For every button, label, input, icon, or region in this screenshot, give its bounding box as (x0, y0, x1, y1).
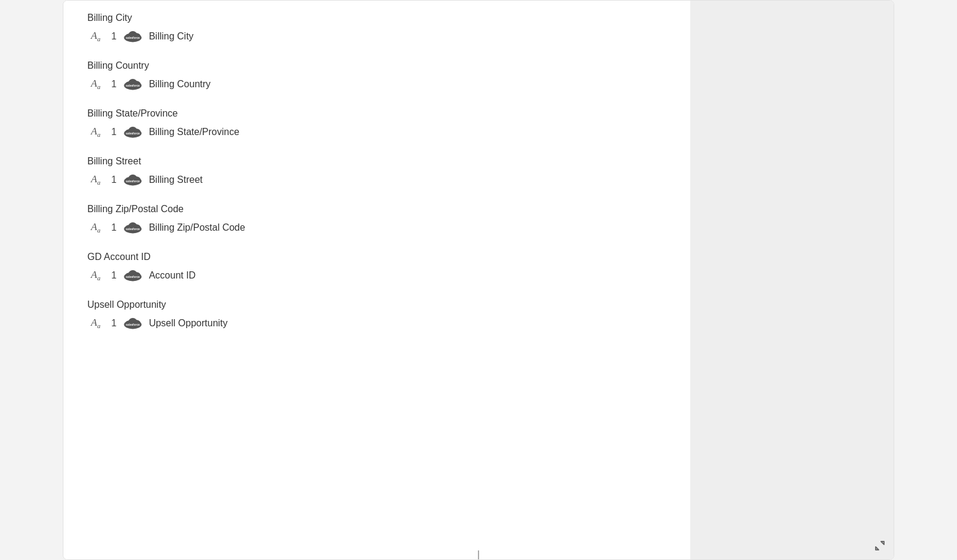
type-text-upsell-opportunity: Aa (91, 317, 100, 329)
field-number-upsell-opportunity: 1 (111, 318, 117, 329)
field-number-billing-street: 1 (111, 175, 117, 185)
field-group-billing-city: Billing City Aa 1 salesforce Billing Cit… (87, 13, 666, 44)
page-wrapper: Billing City Aa 1 salesforce Billing Cit… (0, 0, 957, 560)
type-text-billing-city: Aa (91, 30, 100, 42)
salesforce-icon-billing-city: salesforce (123, 29, 143, 44)
field-label-billing-country: Billing Country (87, 60, 666, 71)
field-number-billing-country: 1 (111, 79, 117, 90)
svg-text:salesforce: salesforce (126, 323, 140, 326)
field-name-billing-state: Billing State/Province (149, 127, 239, 137)
type-text-billing-country: Aa (91, 78, 100, 90)
field-number-billing-state: 1 (111, 127, 117, 137)
field-name-gd-account-id: Account ID (149, 270, 196, 281)
type-icon-billing-zip: Aa (87, 221, 104, 234)
main-container: Billing City Aa 1 salesforce Billing Cit… (63, 0, 894, 560)
svg-text:salesforce: salesforce (126, 276, 140, 279)
field-label-gd-account-id: GD Account ID (87, 252, 666, 262)
field-number-gd-account-id: 1 (111, 270, 117, 281)
field-label-upsell-opportunity: Upsell Opportunity (87, 299, 666, 310)
divider-bottom (478, 550, 479, 559)
field-label-billing-city: Billing City (87, 13, 666, 23)
salesforce-icon-billing-street: salesforce (123, 173, 143, 187)
field-label-billing-street: Billing Street (87, 156, 666, 167)
salesforce-icon-upsell-opportunity: salesforce (123, 316, 143, 331)
svg-text:salesforce: salesforce (126, 84, 140, 87)
field-row-billing-country: Aa 1 salesforce Billing Country (87, 77, 666, 91)
expand-button[interactable] (873, 539, 886, 552)
field-number-billing-city: 1 (111, 31, 117, 42)
svg-text:salesforce: salesforce (126, 132, 140, 135)
salesforce-icon-billing-country: salesforce (123, 77, 143, 91)
type-icon-gd-account-id: Aa (87, 269, 104, 281)
salesforce-icon-billing-zip: salesforce (123, 221, 143, 235)
field-group-billing-country: Billing Country Aa 1 salesforce Billing … (87, 60, 666, 91)
svg-text:salesforce: salesforce (126, 228, 140, 231)
field-row-upsell-opportunity: Aa 1 salesforce Upsell Opportunity (87, 316, 666, 331)
field-group-billing-zip: Billing Zip/Postal Code Aa 1 salesforce … (87, 204, 666, 235)
type-icon-billing-country: Aa (87, 78, 104, 90)
fields-container: Billing City Aa 1 salesforce Billing Cit… (87, 13, 666, 331)
field-name-upsell-opportunity: Upsell Opportunity (149, 318, 228, 329)
type-icon-billing-city: Aa (87, 30, 104, 42)
type-text-billing-street: Aa (91, 173, 100, 186)
field-row-billing-city: Aa 1 salesforce Billing City (87, 29, 666, 44)
field-number-billing-zip: 1 (111, 222, 117, 233)
field-row-billing-zip: Aa 1 salesforce Billing Zip/Postal Code (87, 221, 666, 235)
type-icon-upsell-opportunity: Aa (87, 317, 104, 329)
type-text-billing-zip: Aa (91, 221, 100, 234)
field-name-billing-zip: Billing Zip/Postal Code (149, 222, 245, 233)
salesforce-icon-billing-state: salesforce (123, 125, 143, 139)
field-name-billing-street: Billing Street (149, 175, 203, 185)
field-row-gd-account-id: Aa 1 salesforce Account ID (87, 268, 666, 283)
field-row-billing-street: Aa 1 salesforce Billing Street (87, 173, 666, 187)
svg-text:salesforce: salesforce (126, 180, 140, 183)
field-label-billing-zip: Billing Zip/Postal Code (87, 204, 666, 215)
salesforce-icon-gd-account-id: salesforce (123, 268, 143, 283)
field-name-billing-city: Billing City (149, 31, 194, 42)
type-text-gd-account-id: Aa (91, 269, 100, 281)
field-row-billing-state: Aa 1 salesforce Billing State/Province (87, 125, 666, 139)
field-group-billing-state: Billing State/Province Aa 1 salesforce B… (87, 108, 666, 139)
svg-text:salesforce: salesforce (126, 36, 140, 39)
field-group-upsell-opportunity: Upsell Opportunity Aa 1 salesforce Upsel… (87, 299, 666, 331)
type-text-billing-state: Aa (91, 126, 100, 138)
type-icon-billing-street: Aa (87, 173, 104, 186)
field-group-gd-account-id: GD Account ID Aa 1 salesforce Account ID (87, 252, 666, 283)
field-label-billing-state: Billing State/Province (87, 108, 666, 119)
type-icon-billing-state: Aa (87, 126, 104, 138)
content-panel: Billing City Aa 1 salesforce Billing Cit… (63, 1, 690, 559)
field-group-billing-street: Billing Street Aa 1 salesforce Billing S… (87, 156, 666, 187)
right-panel (690, 1, 894, 559)
field-name-billing-country: Billing Country (149, 79, 211, 90)
